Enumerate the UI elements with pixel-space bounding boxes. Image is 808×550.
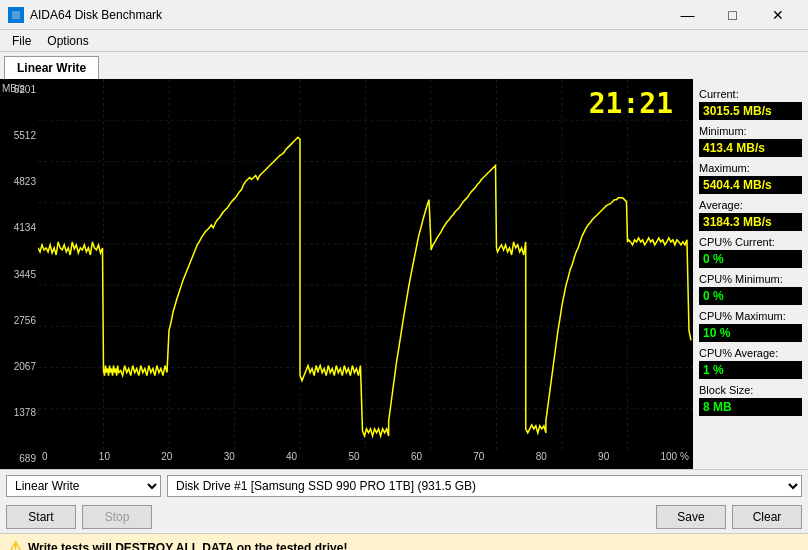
y-label-2756: 2756 <box>2 315 36 326</box>
save-button[interactable]: Save <box>656 505 726 529</box>
x-label-50: 50 <box>348 451 359 469</box>
action-bar: Start Stop Save Clear <box>0 501 808 533</box>
block-size-value: 8 MB <box>699 398 802 416</box>
current-label: Current: <box>699 88 802 100</box>
minimum-value: 413.4 MB/s <box>699 139 802 157</box>
x-label-60: 60 <box>411 451 422 469</box>
test-type-dropdown[interactable]: Linear Write <box>6 475 161 497</box>
disk-drive-dropdown[interactable]: Disk Drive #1 [Samsung SSD 990 PRO 1TB] … <box>167 475 802 497</box>
y-label-4823: 4823 <box>2 176 36 187</box>
x-label-0: 0 <box>42 451 48 469</box>
x-label-80: 80 <box>536 451 547 469</box>
x-label-100: 100 % <box>661 451 689 469</box>
tab-linear-write[interactable]: Linear Write <box>4 56 99 79</box>
tab-bar: Linear Write <box>0 52 808 79</box>
cpu-average-value: 1 % <box>699 361 802 379</box>
chart-timer: 21:21 <box>589 87 673 120</box>
current-value: 3015.5 MB/s <box>699 102 802 120</box>
average-label: Average: <box>699 199 802 211</box>
y-label-6201: 6201 <box>2 84 36 95</box>
svg-rect-1 <box>12 11 20 19</box>
start-button[interactable]: Start <box>6 505 76 529</box>
y-label-5512: 5512 <box>2 130 36 141</box>
stop-button[interactable]: Stop <box>82 505 152 529</box>
cpu-average-label: CPU% Average: <box>699 347 802 359</box>
chart-area: MB/s 6201 5512 4823 4134 3445 2756 2067 … <box>0 79 693 469</box>
cpu-minimum-value: 0 % <box>699 287 802 305</box>
close-button[interactable]: ✕ <box>755 0 800 30</box>
main-content: MB/s 6201 5512 4823 4134 3445 2756 2067 … <box>0 79 808 469</box>
cpu-current-label: CPU% Current: <box>699 236 802 248</box>
chart-svg <box>38 79 693 451</box>
x-axis-labels: 0 10 20 30 40 50 60 70 80 90 100 % <box>38 451 693 469</box>
menu-file[interactable]: File <box>4 32 39 50</box>
average-value: 3184.3 MB/s <box>699 213 802 231</box>
y-label-3445: 3445 <box>2 269 36 280</box>
maximize-button[interactable]: □ <box>710 0 755 30</box>
maximum-label: Maximum: <box>699 162 802 174</box>
y-axis-labels: 6201 5512 4823 4134 3445 2756 2067 1378 … <box>0 79 38 469</box>
window-controls: — □ ✕ <box>665 0 800 30</box>
x-label-40: 40 <box>286 451 297 469</box>
app-icon <box>8 7 24 23</box>
bottom-controls: Linear Write Disk Drive #1 [Samsung SSD … <box>0 469 808 501</box>
clear-button[interactable]: Clear <box>732 505 802 529</box>
x-label-30: 30 <box>224 451 235 469</box>
chart-inner <box>38 79 693 451</box>
x-label-10: 10 <box>99 451 110 469</box>
y-label-2067: 2067 <box>2 361 36 372</box>
warning-icon: ⚠ <box>8 538 22 550</box>
cpu-minimum-label: CPU% Minimum: <box>699 273 802 285</box>
minimum-label: Minimum: <box>699 125 802 137</box>
x-label-20: 20 <box>161 451 172 469</box>
title-bar: AIDA64 Disk Benchmark — □ ✕ <box>0 0 808 30</box>
warning-bar: ⚠ Write tests will DESTROY ALL DATA on t… <box>0 533 808 550</box>
window-title: AIDA64 Disk Benchmark <box>30 8 665 22</box>
cpu-maximum-label: CPU% Maximum: <box>699 310 802 322</box>
maximum-value: 5404.4 MB/s <box>699 176 802 194</box>
cpu-maximum-value: 10 % <box>699 324 802 342</box>
y-label-1378: 1378 <box>2 407 36 418</box>
cpu-current-value: 0 % <box>699 250 802 268</box>
warning-text: Write tests will DESTROY ALL DATA on the… <box>28 541 347 551</box>
minimize-button[interactable]: — <box>665 0 710 30</box>
menu-bar: File Options <box>0 30 808 52</box>
menu-options[interactable]: Options <box>39 32 96 50</box>
block-size-label: Block Size: <box>699 384 802 396</box>
y-label-4134: 4134 <box>2 222 36 233</box>
x-label-90: 90 <box>598 451 609 469</box>
x-label-70: 70 <box>473 451 484 469</box>
stats-panel: Current: 3015.5 MB/s Minimum: 413.4 MB/s… <box>693 79 808 469</box>
y-label-689: 689 <box>2 453 36 464</box>
